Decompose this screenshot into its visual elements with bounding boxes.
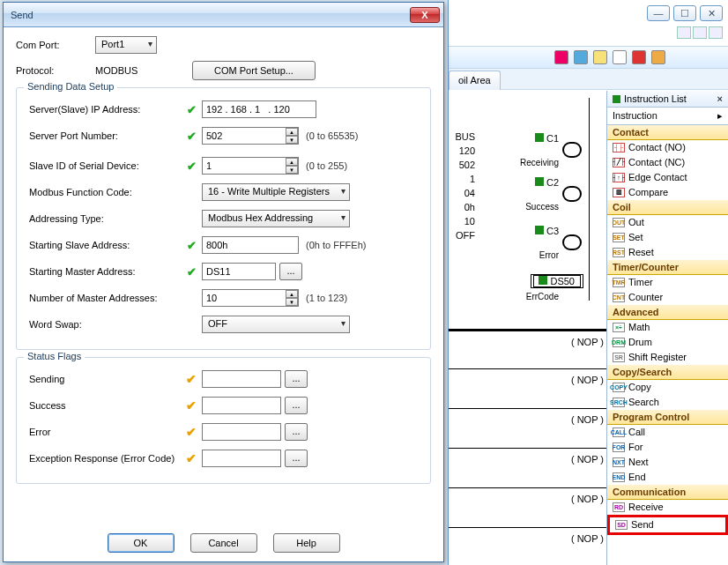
tab-coil-area[interactable]: oil Area xyxy=(449,71,501,90)
success-label: Success xyxy=(525,202,559,212)
instruction-list-panel: Instruction List × Instruction ▸ Contact… xyxy=(606,91,728,565)
addr-type-combo[interactable]: Modbus Hex Addressing xyxy=(202,210,350,227)
instruction-subtitle[interactable]: Instruction ▸ xyxy=(607,108,728,125)
item-drum[interactable]: DRMDrum xyxy=(607,335,728,350)
toolbar-icon-4[interactable] xyxy=(613,50,627,64)
item-out[interactable]: OUTOut xyxy=(607,215,728,230)
errcode-label: ErrCode xyxy=(526,292,559,301)
item-contact-no[interactable]: ┤├Contact (NO) xyxy=(607,140,728,155)
nop-row-6: ( NOP ) xyxy=(449,527,611,554)
browse-button[interactable]: ... xyxy=(285,450,308,467)
browse-button[interactable]: ... xyxy=(285,397,308,414)
slave-addr-input[interactable] xyxy=(202,236,299,254)
category-communication: Communication xyxy=(607,485,728,500)
port-label: Server Port Number: xyxy=(29,130,184,141)
item-set[interactable]: SETSet xyxy=(607,230,728,245)
browse-button[interactable]: ... xyxy=(279,263,302,280)
instruction-list-title: Instruction List × xyxy=(607,91,728,108)
item-receive[interactable]: RDReceive xyxy=(607,500,728,515)
app-window-controls: — ☐ ✕ xyxy=(647,5,723,21)
param-swap: OFF xyxy=(449,228,475,242)
param-addr: 0h xyxy=(449,200,475,214)
port-range: (0 to 65535) xyxy=(306,130,358,141)
spin-down-icon[interactable]: ▼ xyxy=(286,166,298,174)
param-ip: 120 xyxy=(449,144,475,158)
item-contact-nc[interactable]: ┤╱├Contact (NC) xyxy=(607,155,728,170)
coil-c3-label: C3 xyxy=(535,226,559,236)
sending-input[interactable] xyxy=(202,370,281,388)
coil-c2-label: C2 xyxy=(535,177,559,188)
success-input[interactable] xyxy=(202,397,281,414)
ip-input[interactable] xyxy=(202,100,316,118)
warn-icon: ✔ xyxy=(184,372,198,386)
swap-combo[interactable]: OFF xyxy=(202,316,350,333)
close-app-button[interactable]: ✕ xyxy=(700,5,723,21)
mdi-close-icon[interactable] xyxy=(709,26,723,39)
func-combo[interactable]: 16 - Write Multiple Registers xyxy=(202,183,350,201)
toolbar-icon-6[interactable] xyxy=(651,50,665,64)
close-panel-icon[interactable]: × xyxy=(717,93,723,104)
coil-c1 xyxy=(562,142,582,158)
send-dialog: Send X Com Port: Port1 Protocol: MODBUS … xyxy=(3,2,444,562)
item-search[interactable]: SRCHSearch xyxy=(607,395,728,410)
comport-combo[interactable]: Port1 xyxy=(95,36,157,54)
send-highlight-box: SDSend xyxy=(607,515,728,535)
browse-button[interactable]: ... xyxy=(285,370,308,388)
slaveid-input[interactable] xyxy=(202,157,299,175)
item-counter[interactable]: CNTCounter xyxy=(607,290,728,305)
spin-down-icon[interactable]: ▼ xyxy=(286,136,298,144)
background-app-window: — ☐ ✕ oil Area BUS 120 502 1 04 0h 10 OF… xyxy=(448,0,728,565)
nop-text: ( NOP ) xyxy=(571,533,604,544)
spin-up-icon[interactable]: ▲ xyxy=(286,128,298,136)
exception-input[interactable] xyxy=(202,450,281,467)
toolbar-icon-5[interactable] xyxy=(632,50,646,64)
category-timer: Timer/Counter xyxy=(607,260,728,275)
port-input[interactable] xyxy=(202,127,299,145)
master-addr-input[interactable] xyxy=(202,263,276,280)
com-port-setup-button[interactable]: COM Port Setup... xyxy=(192,61,316,80)
item-copy[interactable]: COPYCopy xyxy=(607,380,728,395)
ip-label: Server(Slave) IP Address: xyxy=(29,104,184,115)
item-send[interactable]: SDSend xyxy=(610,517,725,532)
spin-up-icon[interactable]: ▲ xyxy=(286,290,298,298)
status-flags-group: Status Flags Sending ✔ ... Success ✔ ...… xyxy=(16,357,431,484)
item-edge-contact[interactable]: ┤↑├Edge Contact xyxy=(607,170,728,185)
slave-addr-range: (0h to FFFEh) xyxy=(306,240,366,250)
instruction-list-title-text: Instruction List xyxy=(624,93,717,104)
item-for[interactable]: FORFor xyxy=(607,440,728,455)
spin-down-icon[interactable]: ▼ xyxy=(286,298,298,306)
toolbar xyxy=(449,46,728,69)
dialog-close-button[interactable]: X xyxy=(410,7,440,23)
item-shift-register[interactable]: SRShift Register xyxy=(607,350,728,365)
warn-icon: ✔ xyxy=(184,451,198,465)
mdi-restore-icon[interactable] xyxy=(693,26,707,39)
cancel-button[interactable]: Cancel xyxy=(190,533,257,553)
nop-text: ( NOP ) xyxy=(571,494,604,504)
ok-button[interactable]: OK xyxy=(108,533,175,553)
slave-addr-label: Starting Slave Address: xyxy=(29,240,184,250)
error-input[interactable] xyxy=(202,423,281,441)
category-coil: Coil xyxy=(607,200,728,215)
toolbar-icon-3[interactable] xyxy=(593,50,607,64)
addr-type-label: Addressing Type: xyxy=(29,213,184,224)
item-call[interactable]: CALLCall xyxy=(607,425,728,440)
item-next[interactable]: NXTNext xyxy=(607,455,728,470)
num-addr-input[interactable] xyxy=(202,289,299,307)
item-timer[interactable]: TMRTimer xyxy=(607,275,728,290)
nop-row-3: ( NOP ) xyxy=(449,408,611,435)
check-icon: ✔ xyxy=(184,239,198,252)
item-compare[interactable]: ▥Compare xyxy=(607,185,728,200)
item-end[interactable]: ENDEnd xyxy=(607,470,728,485)
toolbar-icon-1[interactable] xyxy=(554,50,568,64)
mdi-min-icon[interactable] xyxy=(677,26,691,39)
minimize-button[interactable]: — xyxy=(647,5,670,21)
item-math[interactable]: ×÷Math xyxy=(607,320,728,335)
spin-up-icon[interactable]: ▲ xyxy=(286,158,298,166)
browse-button[interactable]: ... xyxy=(285,423,308,441)
exception-label: Exception Response (Error Code) xyxy=(29,453,184,464)
help-button[interactable]: Help xyxy=(273,533,340,553)
item-reset[interactable]: RSTReset xyxy=(607,245,728,260)
maximize-button[interactable]: ☐ xyxy=(673,5,696,21)
protocol-value: MODBUS xyxy=(95,65,192,76)
toolbar-icon-2[interactable] xyxy=(574,50,588,64)
